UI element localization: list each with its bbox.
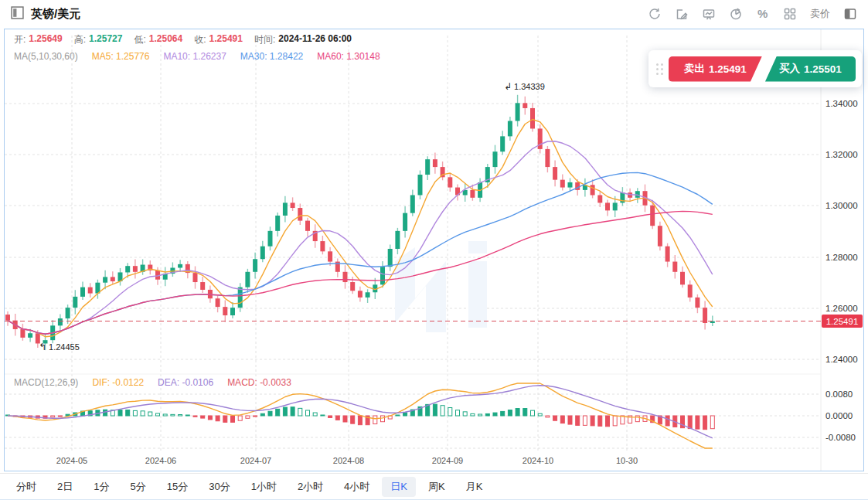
time-label: 时间: xyxy=(254,33,275,46)
high-label: 高: xyxy=(74,33,86,46)
tab-2小时[interactable]: 2小时 xyxy=(289,477,332,497)
page-title: 英镑/美元 xyxy=(31,7,80,22)
buy-button-price: 1.25501 xyxy=(804,63,842,75)
macd-params-label: MACD(12,26,9) xyxy=(14,377,78,388)
close-label: 收: xyxy=(194,33,206,46)
buy-button[interactable]: 买入 1.25501 xyxy=(765,56,856,82)
sell-button[interactable]: 卖出 1.25491 xyxy=(669,56,762,82)
time-value: 2024-11-26 06:00 xyxy=(278,33,352,46)
x-axis-label: 2024-05 xyxy=(56,456,87,465)
low-label: 低: xyxy=(134,33,145,46)
refresh-icon[interactable] xyxy=(648,7,662,21)
axis-tick: 0.0000 xyxy=(825,411,853,420)
sell-price-toggle[interactable]: 卖价 xyxy=(810,7,830,21)
axis-tick: 1.24000 xyxy=(825,355,858,364)
macd-value: MACD: -0.0033 xyxy=(227,377,291,388)
drag-handle-icon[interactable] xyxy=(656,63,663,75)
axis-tick: 1.32000 xyxy=(825,150,858,159)
tab-分时[interactable]: 分时 xyxy=(8,477,45,497)
timeframe-tabbar: 分时2日1分5分15分30分1小时2小时4小时日K周K月K xyxy=(0,473,868,500)
draw-tools-icon[interactable] xyxy=(675,7,689,21)
instrument-icon xyxy=(11,6,24,22)
tab-周K[interactable]: 周K xyxy=(420,477,454,497)
macd-indicator-row: MACD(12,26,9) DIF: -0.0122DEA: -0.0106MA… xyxy=(14,377,291,388)
axis-tick: 1.34000 xyxy=(825,99,858,108)
tab-1小时[interactable]: 1小时 xyxy=(243,477,285,497)
kline-board-icon[interactable] xyxy=(702,7,716,21)
x-axis-label: 10-30 xyxy=(616,456,638,465)
tab-15分[interactable]: 15分 xyxy=(158,477,196,497)
x-axis-label: 2024-06 xyxy=(145,456,176,465)
tab-1分[interactable]: 1分 xyxy=(85,477,117,497)
tab-4小时[interactable]: 4小时 xyxy=(335,477,378,497)
dea-value: DEA: -0.0106 xyxy=(158,377,213,388)
svg-text:%: % xyxy=(757,7,768,20)
close-value: 1.25491 xyxy=(209,33,243,46)
sell-button-price: 1.25491 xyxy=(709,63,747,75)
pie-chart-icon[interactable] xyxy=(729,7,743,21)
tab-5分[interactable]: 5分 xyxy=(121,477,154,497)
axis-tick: 1.30000 xyxy=(825,201,858,210)
ma-indicator-row: MA(5,10,30,60) MA5: 1.25776MA10: 1.26237… xyxy=(14,51,380,62)
ma30-value: MA30: 1.28422 xyxy=(240,51,303,62)
open-label: 开: xyxy=(14,33,26,46)
low-price-annotation: ↰1.24455 xyxy=(39,342,80,352)
x-axis-label: 2024-10 xyxy=(523,456,553,465)
open-value: 1.25649 xyxy=(29,33,62,46)
low-value: 1.25064 xyxy=(149,33,182,46)
x-axis-label: 2024-07 xyxy=(240,456,271,465)
down-left-arrow-icon: ↲ xyxy=(504,81,512,92)
main-chart-svg[interactable] xyxy=(5,29,863,471)
chart-panel: 开:1.25649 高:1.25727 低:1.25064 收:1.25491 … xyxy=(4,29,864,471)
ma-params-label: MA(5,10,30,60) xyxy=(14,51,78,62)
trade-widget: 卖出 1.25491 买入 1.25501 xyxy=(648,50,862,87)
percent-icon[interactable]: % xyxy=(756,7,770,21)
tab-30分[interactable]: 30分 xyxy=(200,477,238,497)
ma10-value: MA10: 1.26237 xyxy=(163,51,226,62)
axis-tick: 1.26000 xyxy=(825,304,858,313)
tab-日K[interactable]: 日K xyxy=(382,477,416,497)
x-axis-label: 2024-09 xyxy=(432,456,463,465)
grid-layout-icon[interactable] xyxy=(783,7,797,21)
ma60-value: MA60: 1.30148 xyxy=(317,51,380,62)
ohlc-row: 开:1.25649 高:1.25727 低:1.25064 收:1.25491 … xyxy=(14,33,352,46)
sell-button-label: 卖出 xyxy=(684,62,705,76)
high-value: 1.25727 xyxy=(89,33,122,46)
x-axis-label: 2024-08 xyxy=(333,456,364,465)
up-left-arrow-icon: ↰ xyxy=(39,342,46,352)
tab-月K[interactable]: 月K xyxy=(458,477,492,497)
split-panel-icon[interactable] xyxy=(843,7,857,21)
ma5-value: MA5: 1.25776 xyxy=(92,51,150,62)
top-header: 英镑/美元 % 卖价 xyxy=(0,0,868,28)
high-price-annotation: ↲1.34339 xyxy=(504,81,545,92)
axis-tick: 0.0080 xyxy=(825,389,853,399)
axis-tick: 1.28000 xyxy=(825,253,858,262)
axis-tick: -0.0080 xyxy=(825,433,856,442)
tab-2日[interactable]: 2日 xyxy=(49,477,81,497)
dif-value: DIF: -0.0122 xyxy=(92,377,144,388)
current-price-badge: 1.25491 xyxy=(822,315,863,328)
buy-button-label: 买入 xyxy=(779,62,800,76)
